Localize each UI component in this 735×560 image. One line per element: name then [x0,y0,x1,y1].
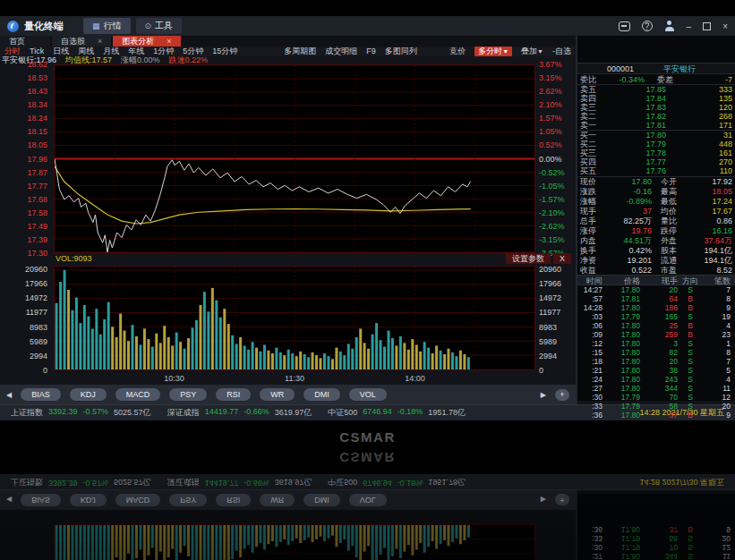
close-pane-button[interactable]: X [553,253,571,264]
indicator-wr[interactable]: WR [260,388,295,401]
detail-row: 换手0.42%股本194.1亿 [577,246,735,256]
detail-label: 涨幅 [580,197,603,207]
pct-axis-label: -1.05% [539,182,565,191]
tab-watchlist[interactable]: 自选股× [52,36,111,47]
detail-label: 最低 [661,197,684,207]
indicator-bias[interactable]: BIAS [21,388,61,401]
level-label: 买二 [580,140,603,148]
toolbar-watchlist-toggle[interactable]: -自选 [552,47,571,56]
trade-volume: 243 [640,375,678,384]
minimize-button[interactable]: – [687,21,692,31]
toolbar-auction[interactable]: 竞价 [449,47,466,56]
reflection-trade-time: :36 [577,525,604,534]
price-axis-label: 17.68 [27,195,47,204]
view-multi-grid[interactable]: 多图同列 [385,47,417,56]
price-axis-label: 17.30 [27,249,47,258]
trade-row: :2417.80243S4 [577,375,735,384]
chevron-down-icon: ▼ [502,48,509,55]
reflection-trade-volume: 344 [640,552,678,560]
add-indicator-button[interactable]: + [555,389,569,401]
tab-close-icon[interactable]: × [98,36,102,47]
chart-change-value: 涨幅0.00% [121,56,160,64]
level-volume: 270 [666,157,732,166]
tab-home[interactable]: 首页 [0,36,50,47]
trade-volume: 25 [640,321,678,330]
trade-row: :2717.80344S11 [577,384,735,393]
trade-count: 19 [703,312,735,321]
trade-price: 17.79 [604,402,640,411]
trade-direction: B [678,321,703,330]
level-price: 17.78 [603,148,666,157]
trade-price: 17.80 [604,366,640,375]
toolbar-multi-fenshi[interactable]: 多分时▼ [474,47,512,56]
period-min15[interactable]: 15分钟 [212,47,237,56]
tab-close-icon[interactable]: × [167,36,171,47]
menu-quotes[interactable]: ▦ 行情 [83,18,131,34]
close-button[interactable]: × [722,21,728,31]
detail-value: 0.42% [603,246,652,256]
view-multi-period[interactable]: 多周期图 [284,47,316,56]
detail-label: 外盘 [661,236,684,246]
detail-value: 37.64万 [684,236,732,246]
menu-tools[interactable]: ⊙ 工具 [136,18,183,34]
user-icon[interactable] [664,21,675,31]
trade-count: 9 [703,303,735,312]
display-icon[interactable] [619,21,630,31]
help-icon[interactable]: ? [642,21,653,31]
level-price: 17.84 [603,94,666,103]
reflection-indicator-wr: WR [260,494,295,506]
indicator-dmi[interactable]: DMI [303,388,340,401]
reflection-indicator-psy: PSY [169,494,207,506]
toolbar-overlay[interactable]: 叠加▼ [521,47,543,56]
reflection-indicator-dmi: DMI [303,494,340,506]
detail-label: 现手 [580,207,603,216]
volume-chart[interactable] [54,266,535,370]
indicator-kdj[interactable]: KDJ [70,388,107,401]
indicator-psy[interactable]: PSY [169,388,207,401]
index-amount: 3619.97亿 [275,407,312,419]
tab-chart-analysis[interactable]: 图表分析× [113,36,180,47]
trade-list[interactable]: 14:2717.8020S7:5717.8164B814:2817.80186B… [577,285,735,420]
reflection-trade-direction: B [678,525,703,534]
settings-params-button[interactable]: 设置参数 [506,253,551,264]
intraday-chart[interactable] [54,64,535,253]
level-price: 17.76 [603,166,666,175]
screenshot-stage: 量化终端 ▦ 行情 ⊙ 工具 ? – × 首页自选股×图表 [0,0,735,560]
trade-volume: 259 [640,330,678,339]
trade-price: 17.80 [604,411,640,420]
detail-label: 总手 [580,216,603,226]
trade-time: :18 [577,357,604,366]
time-axis-label: 10:30 [161,374,188,383]
view-trade-detail[interactable]: 成交明细 [325,47,357,56]
tab-label: 自选股 [61,36,85,47]
bid-row: 买一17.8031 [577,131,735,140]
ask-row: 卖四17.84135 [577,94,735,103]
maximize-button[interactable] [703,22,711,30]
index-sz-component: 深证成指14419.77-0.66%3619.97亿 [167,407,312,419]
trade-header-cell: 方向 [678,276,703,284]
ask-row: 卖二17.82268 [577,112,735,121]
detail-row: 涨幅-0.89%最低17.24 [577,197,735,207]
trade-price: 17.80 [604,339,640,348]
view-f9[interactable]: F9 [366,47,376,56]
indicator-macd[interactable]: MACD [115,388,161,401]
trade-count: 8 [703,348,735,357]
trade-list-header: 时间价格现手方向笔数 [577,275,735,285]
trade-direction: S [678,375,703,384]
reflection-index-amount: 5025.57亿 [114,476,151,488]
scroll-left-icon[interactable]: ◀ [6,391,12,399]
detail-row: 涨停19.76跌停16.16 [577,226,735,236]
scroll-right-icon[interactable]: ▶ [541,391,546,399]
indicator-rsi[interactable]: RSI [216,388,251,401]
indicator-vol[interactable]: VOL [349,388,387,401]
price-axis: 18.6218.5318.4318.3418.2418.1518.0517.96… [0,64,50,253]
reflection-indicator-macd: MACD [115,494,161,506]
level-label: 卖二 [580,112,603,121]
reflection-trade-count: 20 [703,534,735,543]
ask-row: 卖一17.81171 [577,121,735,130]
trade-count: 20 [703,402,735,411]
trade-row: :1217.803S1 [577,339,735,348]
trade-price: 17.80 [604,348,640,357]
reflection-index-name: 上证指数 [11,476,43,488]
volume-axis-label: 2994 [30,352,47,361]
